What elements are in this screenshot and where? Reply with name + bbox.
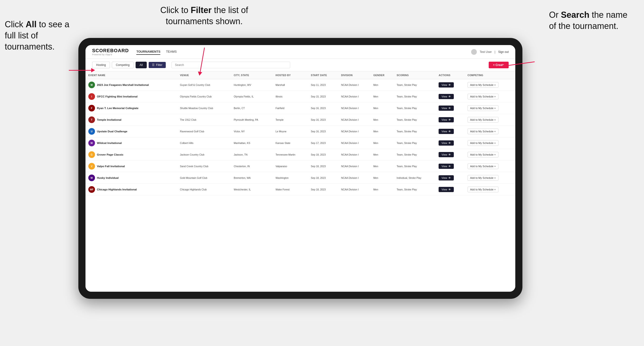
cell-actions-8: View 👁: [436, 172, 464, 184]
tab-hosting[interactable]: Hosting: [92, 62, 110, 68]
col-venue: VENUE: [177, 71, 231, 79]
view-button-1[interactable]: View 👁: [438, 94, 454, 99]
tournaments-table: EVENT NAME VENUE CITY, STATE HOSTED BY S…: [86, 71, 515, 195]
cell-scoring-5: Team, Stroke Play: [394, 137, 436, 149]
cell-gender-3: Men: [370, 114, 394, 126]
user-avatar: [471, 49, 477, 55]
team-logo-2: F: [88, 105, 95, 111]
event-name-text-5: Wildcat Invitational: [97, 142, 122, 145]
annotation-topleft: Click All to see a full list of tourname…: [5, 19, 71, 52]
cell-date-0: Sep 11, 2023: [308, 79, 338, 91]
cell-city-7: Chesterton, IN: [231, 161, 272, 172]
cell-date-8: Sep 18, 2023: [308, 172, 338, 184]
col-hosted-by: HOSTED BY: [272, 71, 308, 79]
table-row: M 2023 Joe Feaganes Marshall Invitationa…: [86, 79, 515, 91]
cell-scoring-0: Team, Stroke Play: [394, 79, 436, 91]
cell-actions-7: View 👁: [436, 161, 464, 172]
cell-scoring-3: Team, Stroke Play: [394, 114, 436, 126]
filter-button[interactable]: ☰ Filter: [149, 62, 166, 68]
cell-date-1: Sep 15, 2023: [308, 91, 338, 102]
cell-actions-4: View 👁: [436, 126, 464, 137]
view-button-7[interactable]: View 👁: [438, 164, 454, 169]
cell-competing-4: Add to My Schedule +: [465, 126, 515, 137]
view-button-9[interactable]: View 👁: [438, 187, 454, 192]
view-button-3[interactable]: View 👁: [438, 117, 454, 122]
eye-icon-4: 👁: [448, 130, 451, 133]
cell-competing-3: Add to My Schedule +: [465, 114, 515, 126]
cell-event-name-0: M 2023 Joe Feaganes Marshall Invitationa…: [86, 79, 177, 91]
view-button-2[interactable]: View 👁: [438, 106, 454, 111]
event-name-text-4: Upstate Dual Challenge: [97, 130, 127, 133]
view-button-5[interactable]: View 👁: [438, 140, 454, 146]
add-schedule-button-6[interactable]: Add to My Schedule +: [468, 152, 498, 158]
toolbar: Hosting Competing All ☰ Filter + Create: [86, 59, 515, 71]
table-row: V Valpo Fall Invitational Sand Creek Cou…: [86, 161, 515, 172]
cell-division-3: NCAA Division I: [338, 114, 370, 126]
team-logo-9: WF: [88, 186, 95, 193]
cell-event-name-3: T Temple Invitational: [86, 114, 177, 126]
add-schedule-button-5[interactable]: Add to My Schedule +: [468, 140, 498, 146]
col-gender: GENDER: [370, 71, 394, 79]
cell-division-8: NCAA Division I: [338, 172, 370, 184]
add-schedule-button-7[interactable]: Add to My Schedule +: [468, 164, 498, 169]
cell-city-3: Plymouth Meeting, PA: [231, 114, 272, 126]
cell-city-1: Olympia Fields, IL: [231, 91, 272, 102]
cell-actions-9: View 👁: [436, 184, 464, 195]
cell-division-1: NCAA Division I: [338, 91, 370, 102]
add-schedule-button-0[interactable]: Add to My Schedule +: [468, 82, 498, 88]
cell-scoring-1: Team, Stroke Play: [394, 91, 436, 102]
table-row: F Ryan T. Lee Memorial Collegiate Shuttl…: [86, 102, 515, 114]
add-schedule-button-9[interactable]: Add to My Schedule +: [468, 187, 498, 192]
eye-icon-5: 👁: [448, 142, 451, 145]
search-input[interactable]: [172, 62, 290, 68]
add-schedule-button-4[interactable]: Add to My Schedule +: [468, 129, 498, 134]
cell-hosted-5: Kansas State: [272, 137, 308, 149]
event-name-text-3: Temple Invitational: [97, 118, 121, 121]
col-start-date: START DATE: [308, 71, 338, 79]
cell-competing-2: Add to My Schedule +: [465, 102, 515, 114]
cell-city-9: Westchester, IL: [231, 184, 272, 195]
view-button-0[interactable]: View 👁: [438, 82, 454, 88]
team-logo-4: U: [88, 128, 95, 135]
team-logo-3: T: [88, 116, 95, 123]
cell-venue-0: Guyan Golf & Country Club: [177, 79, 231, 91]
cell-event-name-7: V Valpo Fall Invitational: [86, 161, 177, 172]
cell-division-2: NCAA Division I: [338, 102, 370, 114]
table-row: U Upstate Dual Challenge Ravenwood Golf …: [86, 126, 515, 137]
cell-gender-0: Men: [370, 79, 394, 91]
col-scoring: SCORING: [394, 71, 436, 79]
view-button-8[interactable]: View 👁: [438, 175, 454, 180]
nav-tab-teams[interactable]: TEAMS: [166, 49, 177, 55]
tab-competing[interactable]: Competing: [112, 62, 134, 68]
add-schedule-button-3[interactable]: Add to My Schedule +: [468, 117, 498, 123]
nav-tab-tournaments[interactable]: TOURNAMENTS: [136, 49, 160, 55]
eye-icon-8: 👁: [448, 176, 451, 179]
sign-out-link[interactable]: Sign out: [498, 50, 509, 54]
cell-date-2: Sep 16, 2023: [308, 102, 338, 114]
cell-city-6: Jackson, TN: [231, 149, 272, 161]
cell-date-3: Sep 16, 2023: [308, 114, 338, 126]
cell-competing-9: Add to My Schedule +: [465, 184, 515, 195]
cell-competing-5: Add to My Schedule +: [465, 137, 515, 149]
cell-hosted-2: Fairfield: [272, 102, 308, 114]
cell-event-name-2: F Ryan T. Lee Memorial Collegiate: [86, 102, 177, 114]
col-actions: ACTIONS: [436, 71, 464, 79]
table-header-row: EVENT NAME VENUE CITY, STATE HOSTED BY S…: [86, 71, 515, 79]
view-button-4[interactable]: View 👁: [438, 129, 454, 134]
col-city-state: CITY, STATE: [231, 71, 272, 79]
cell-city-2: Berlin, CT: [231, 102, 272, 114]
cell-event-name-6: G Grover Page Classic: [86, 149, 177, 161]
add-schedule-button-2[interactable]: Add to My Schedule +: [468, 105, 498, 111]
tab-all[interactable]: All: [136, 62, 147, 68]
view-button-6[interactable]: View 👁: [438, 152, 454, 157]
cell-event-name-4: U Upstate Dual Challenge: [86, 126, 177, 137]
event-name-text-6: Grover Page Classic: [97, 153, 124, 156]
cell-venue-1: Olympia Fields Country Club: [177, 91, 231, 102]
event-name-text-1: OFCC Fighting Illini Invitational: [97, 95, 138, 98]
cell-competing-8: Add to My Schedule +: [465, 172, 515, 184]
add-schedule-button-8[interactable]: Add to My Schedule +: [468, 175, 498, 181]
add-schedule-button-1[interactable]: Add to My Schedule +: [468, 94, 498, 99]
cell-scoring-2: Team, Stroke Play: [394, 102, 436, 114]
eye-icon-2: 👁: [448, 107, 451, 110]
event-name-text-2: Ryan T. Lee Memorial Collegiate: [97, 107, 138, 110]
